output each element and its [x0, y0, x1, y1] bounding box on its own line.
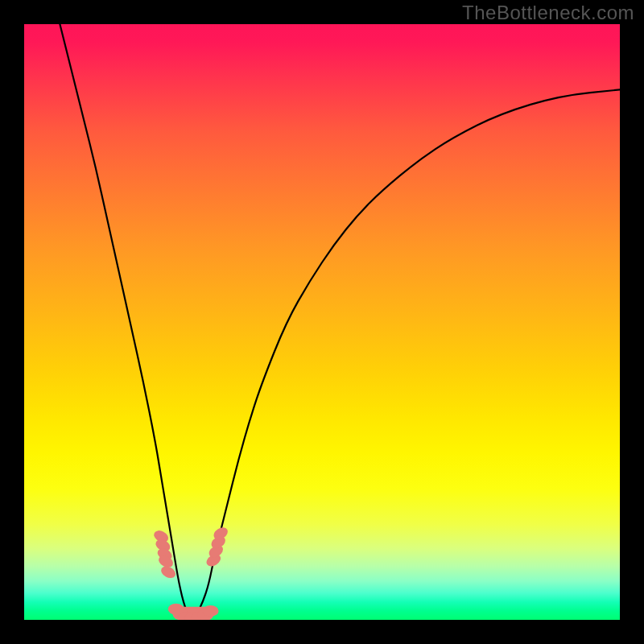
curve-layer — [24, 24, 620, 620]
watermark-text: TheBottleneck.com — [462, 2, 634, 24]
marker-layer — [152, 525, 230, 620]
chart-frame: TheBottleneck.com — [0, 0, 644, 644]
plot-area — [24, 24, 620, 620]
bottom-cluster-blob — [203, 605, 219, 617]
bottleneck-curve — [60, 24, 620, 618]
